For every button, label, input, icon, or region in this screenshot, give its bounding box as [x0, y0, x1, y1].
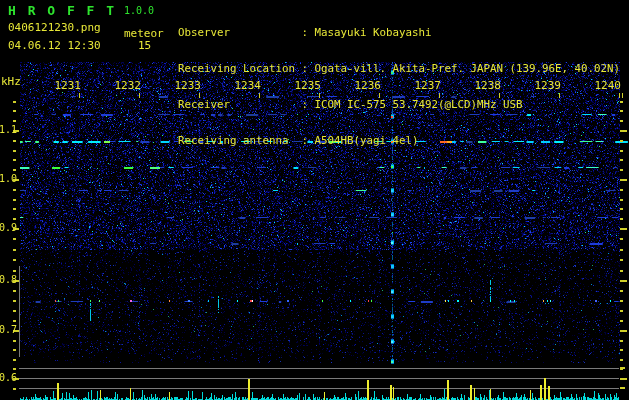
separator: :: [295, 98, 315, 111]
observer-label: Observer: [178, 27, 295, 39]
separator: :: [295, 134, 315, 147]
separator: :: [295, 26, 315, 39]
separator: :: [295, 62, 315, 75]
antenna-label: Receiving antenna: [178, 135, 295, 147]
time-tick-label: 1238: [471, 79, 501, 92]
hrofft-window: H R O F F T 1.0.0 0406121230.png meteor …: [0, 0, 629, 400]
receiver-row: Receiver : ICOM IC-575 53.7492(@LCD)MHz …: [178, 99, 620, 111]
observer-value: Masayuki Kobayashi: [315, 26, 432, 39]
time-tick-label: 1233: [171, 79, 201, 92]
receiver-value: ICOM IC-575 53.7492(@LCD)MHz USB: [315, 98, 523, 111]
freq-tick-label: 0.7: [0, 324, 17, 335]
time-tick-label: 1232: [111, 79, 141, 92]
observer-row: Observer : Masayuki Kobayashi: [178, 27, 620, 39]
freq-tick-label: 0.6: [0, 372, 17, 383]
app-title: H R O F F T: [8, 3, 116, 18]
time-tick-label: 1234: [231, 79, 261, 92]
freq-unit-label: kHz: [1, 75, 21, 88]
freq-tick-label: 0.9: [0, 222, 17, 233]
time-tick-label: 1237: [411, 79, 441, 92]
location-value: Ogata-vill. Akita-Pref. JAPAN (139.96E, …: [315, 62, 621, 75]
app-version: 1.0.0: [124, 5, 154, 16]
location-label: Receiving Location: [178, 63, 295, 75]
timestamp: 04.06.12 12:30: [8, 39, 101, 52]
time-tick-label: 1240: [591, 79, 621, 92]
time-tick-label: 1239: [531, 79, 561, 92]
file-name: 0406121230.png: [8, 21, 101, 34]
time-tick-label: 1231: [51, 79, 81, 92]
time-tick-label: 1235: [291, 79, 321, 92]
time-tick-label: 1236: [351, 79, 381, 92]
freq-tick-label: 1.0: [0, 173, 17, 184]
antenna-value: A504HB(yagi 4el): [315, 134, 419, 147]
antenna-row: Receiving antenna : A504HB(yagi 4el): [178, 135, 620, 147]
echo-count: 15: [138, 39, 151, 52]
location-row: Receiving Location : Ogata-vill. Akita-P…: [178, 63, 620, 75]
freq-tick-label: 1.1: [0, 124, 17, 135]
freq-tick-label: 0.8: [0, 274, 17, 285]
receiver-label: Receiver: [178, 99, 295, 111]
